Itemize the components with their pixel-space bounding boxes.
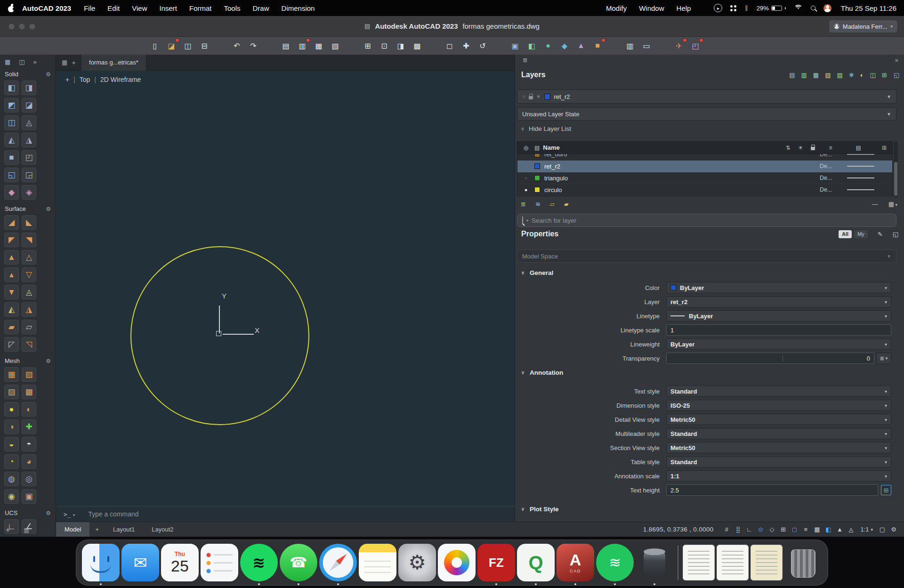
layer-list-scrollbar[interactable]	[894, 141, 898, 198]
document-preview-2[interactable]	[717, 545, 749, 580]
workspace-switching-icon[interactable]: ▢	[877, 524, 888, 535]
color-dropdown[interactable]: ByLayer ▾	[666, 282, 891, 293]
palette-section-surface[interactable]: Surface ⚙	[0, 202, 56, 213]
freeze-column-icon[interactable]: ☀	[798, 145, 803, 151]
insert-block-icon[interactable]: ⊞	[362, 40, 374, 52]
surface-offset-icon[interactable]: ▽	[22, 267, 36, 282]
new-drawing-icon[interactable]: ▯	[149, 40, 161, 52]
layer-visibility-toggle[interactable]: ○	[517, 164, 534, 169]
cone-icon[interactable]: ◩	[4, 98, 19, 113]
convert-to-surface-icon[interactable]: ▱	[22, 320, 36, 334]
document-preview-1[interactable]	[683, 545, 715, 580]
gear-icon[interactable]: ⚙	[46, 71, 51, 78]
detail-view-style-dropdown[interactable]: Metric50▾	[666, 414, 891, 425]
orbit-icon[interactable]: ↺	[476, 40, 489, 52]
add-layout-button[interactable]: +	[89, 526, 105, 533]
palette-windows-icon[interactable]: ◫	[19, 58, 24, 65]
calendar-dock-icon[interactable]: Thu 25	[161, 544, 199, 581]
lineweight-dropdown[interactable]: ByLayer ▾	[666, 338, 891, 350]
layer-row[interactable]: ret_ouro De...	[517, 154, 892, 161]
lineweight-display-icon[interactable]: ≡	[800, 524, 811, 535]
polar-tracking-icon[interactable]: ⊙	[755, 524, 766, 535]
annotation-section-header[interactable]: ∨ Annotation	[521, 369, 563, 376]
text-height-input[interactable]: 2.5	[666, 484, 878, 496]
subtract-icon[interactable]: ◈	[22, 185, 36, 200]
notes-dock-icon[interactable]	[359, 544, 396, 581]
menu-item[interactable]: File	[78, 4, 101, 12]
wedge-icon[interactable]: ◬	[22, 115, 36, 130]
filezilla-dock-icon[interactable]: FZ	[477, 544, 515, 581]
layer-states-manager-icon[interactable]: ≣	[521, 201, 526, 208]
loft-icon[interactable]: ◲	[22, 168, 36, 182]
safari-dock-icon[interactable]	[319, 544, 357, 581]
polysolid-icon[interactable]: ◮	[22, 133, 36, 147]
zoom-window-icon[interactable]: ◻	[444, 40, 456, 52]
new-property-filter-icon[interactable]: ▰	[564, 201, 569, 208]
spotify-dock-icon[interactable]: ≋	[240, 544, 278, 581]
dynamic-input-icon[interactable]: ▲	[834, 524, 845, 535]
user-switcher-icon[interactable]	[823, 4, 831, 12]
sweep-icon[interactable]: ◱	[4, 168, 19, 182]
menu-item[interactable]: Insert	[153, 4, 183, 12]
print-icon[interactable]: ▤	[280, 40, 292, 52]
layer-lineweight[interactable]: De...	[820, 186, 847, 193]
object-snap-icon[interactable]: ◻	[789, 524, 800, 535]
name-column-header[interactable]: Name	[543, 144, 559, 151]
redo-icon[interactable]: ↷	[247, 40, 259, 52]
table-style-dropdown[interactable]: Standard▾	[666, 456, 891, 467]
lock-column-icon[interactable]	[811, 147, 815, 150]
command-placeholder[interactable]: Type a command	[88, 510, 138, 518]
layer-lineweight[interactable]: De...	[820, 154, 847, 158]
dock-separator[interactable]	[678, 545, 678, 580]
mesh-wedge-icon[interactable]: ◐	[22, 402, 36, 417]
hide-layer-list-toggle[interactable]: ∨ Hide Layer List	[521, 125, 571, 132]
viewport-view-control[interactable]: Top	[80, 76, 90, 83]
gear-icon[interactable]: ⚙	[46, 206, 51, 212]
quick-calc-icon[interactable]: ▥	[624, 40, 636, 52]
extrude-icon[interactable]: ■	[4, 150, 19, 165]
mesh-split-icon[interactable]: ◍	[4, 472, 19, 486]
palette-grid-icon[interactable]: ▦	[5, 58, 10, 65]
palette-section-ucs[interactable]: UCS ⚙	[0, 506, 56, 517]
layer-search-bar[interactable]: ▾	[517, 214, 896, 227]
linetype-dropdown[interactable]: ByLayer ▾	[666, 310, 891, 322]
panel-dock-icon[interactable]: ◱	[893, 231, 898, 238]
viewport-menu-plus[interactable]: +	[65, 76, 69, 83]
edit-properties-icon[interactable]: ✎	[878, 231, 883, 238]
count-icon[interactable]: ■	[591, 40, 604, 52]
mesh-refine-icon[interactable]: ◓	[22, 437, 36, 451]
multileader-style-dropdown[interactable]: Standard▾	[666, 428, 891, 439]
customization-gear-icon[interactable]: ⚙	[888, 524, 899, 535]
palette-section-solid[interactable]: Solid ⚙	[0, 67, 56, 79]
transparency-toggle-icon[interactable]: ▦	[811, 524, 823, 535]
now-playing-icon[interactable]: ▸	[714, 4, 722, 12]
annotation-visibility-icon[interactable]: ◬	[845, 524, 856, 535]
mesh-box-icon[interactable]: ▦	[4, 367, 19, 382]
layer-table-header[interactable]: ◎ ▤ Name ⇅ ☀ ≡ ▤ ⊞	[517, 142, 892, 154]
object-snap-tracking-icon[interactable]: ⊞	[777, 524, 789, 535]
whatsapp-dock-icon[interactable]: ☎	[280, 544, 317, 581]
finder-dock-icon[interactable]	[82, 544, 120, 581]
annotation-scale-dropdown[interactable]: 1:1▾	[666, 470, 891, 482]
menu-item[interactable]: Dimension	[275, 4, 321, 12]
make-layer-current-icon[interactable]: ▤	[789, 72, 795, 79]
mesh-uncrease-icon[interactable]: ◕	[22, 454, 36, 469]
apple-menu-icon[interactable]	[8, 4, 15, 12]
menu-item[interactable]: View	[126, 4, 153, 12]
transparency-layer-button[interactable]: ≣▾	[876, 353, 891, 364]
properties-filter-all-button[interactable]: All	[839, 230, 852, 238]
columns-settings-icon[interactable]: ⊞	[882, 145, 887, 151]
ucs-origin-box[interactable]	[216, 331, 221, 336]
new-group-filter-icon[interactable]: ▱	[550, 201, 555, 208]
menu-item[interactable]: Modify	[600, 4, 633, 12]
block-editor-icon[interactable]: ⊡	[378, 40, 390, 52]
layer-visibility-toggle[interactable]: ○	[517, 176, 534, 181]
markup-import-icon[interactable]: ◆	[558, 40, 571, 52]
drawing-compare-icon[interactable]: ▲	[575, 40, 587, 52]
gear-icon[interactable]: ⚙	[46, 358, 51, 364]
new-drawing-tab-button[interactable]: +	[72, 58, 76, 66]
command-history-icon[interactable]: ▾	[73, 513, 75, 517]
layer-lock-icon[interactable]: ◫	[870, 72, 876, 79]
publish-icon[interactable]: ▧	[329, 40, 341, 52]
surface-extend-icon[interactable]: ◮	[22, 302, 36, 317]
